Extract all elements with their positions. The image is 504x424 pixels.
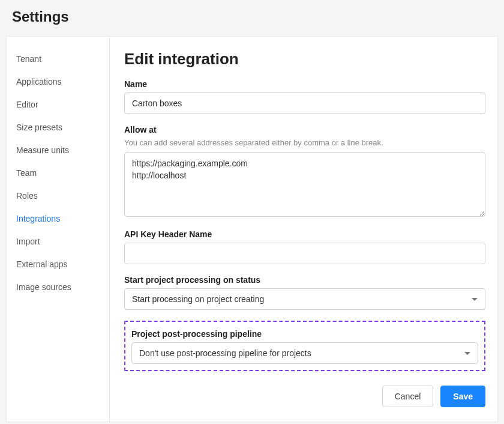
start-status-value: Start processing on project creating — [132, 294, 264, 304]
start-status-label: Start project processing on status — [124, 275, 485, 285]
content-wrapper: Tenant Applications Editor Size presets … — [6, 36, 498, 422]
page-header: Settings — [0, 0, 504, 36]
settings-sidebar: Tenant Applications Editor Size presets … — [7, 37, 110, 422]
main-title: Edit integration — [124, 50, 485, 68]
sidebar-item-team[interactable]: Team — [7, 162, 109, 184]
sidebar-item-integrations[interactable]: Integrations — [7, 207, 109, 230]
form-group-post-processing: Project post-processing pipeline Don't u… — [131, 329, 478, 364]
name-label: Name — [124, 79, 485, 89]
form-group-api-key: API Key Header Name — [124, 229, 485, 264]
sidebar-item-external-apps[interactable]: External apps — [7, 253, 109, 276]
start-status-select[interactable]: Start processing on project creating — [124, 288, 485, 310]
name-input[interactable] — [124, 92, 485, 114]
api-key-label: API Key Header Name — [124, 229, 485, 239]
sidebar-item-applications[interactable]: Applications — [7, 70, 109, 93]
sidebar-item-import[interactable]: Import — [7, 230, 109, 253]
allow-at-label: Allow at — [124, 125, 485, 135]
caret-down-icon — [464, 352, 470, 355]
sidebar-item-roles[interactable]: Roles — [7, 184, 109, 207]
sidebar-item-tenant[interactable]: Tenant — [7, 47, 109, 70]
button-row: Cancel Save — [124, 386, 485, 407]
main-panel: Edit integration Name Allow at You can a… — [110, 37, 497, 422]
form-group-start-status: Start project processing on status Start… — [124, 275, 485, 310]
page-title: Settings — [12, 8, 492, 25]
sidebar-item-measure-units[interactable]: Measure units — [7, 139, 109, 162]
form-group-name: Name — [124, 79, 485, 114]
form-group-allow-at: Allow at You can add several addresses s… — [124, 125, 485, 219]
post-processing-label: Project post-processing pipeline — [131, 329, 478, 339]
highlight-post-processing: Project post-processing pipeline Don't u… — [124, 321, 485, 371]
allow-at-help: You can add several addresses separated … — [124, 138, 485, 147]
cancel-button[interactable]: Cancel — [382, 386, 434, 407]
sidebar-item-image-sources[interactable]: Image sources — [7, 276, 109, 298]
save-button[interactable]: Save — [440, 386, 485, 407]
sidebar-item-size-presets[interactable]: Size presets — [7, 116, 109, 139]
allow-at-textarea[interactable]: https://packaging.example.com http://loc… — [124, 152, 485, 217]
caret-down-icon — [472, 298, 478, 301]
post-processing-value: Don't use post-processing pipeline for p… — [139, 348, 311, 358]
post-processing-select[interactable]: Don't use post-processing pipeline for p… — [131, 342, 478, 364]
api-key-input[interactable] — [124, 243, 485, 264]
sidebar-item-editor[interactable]: Editor — [7, 93, 109, 116]
